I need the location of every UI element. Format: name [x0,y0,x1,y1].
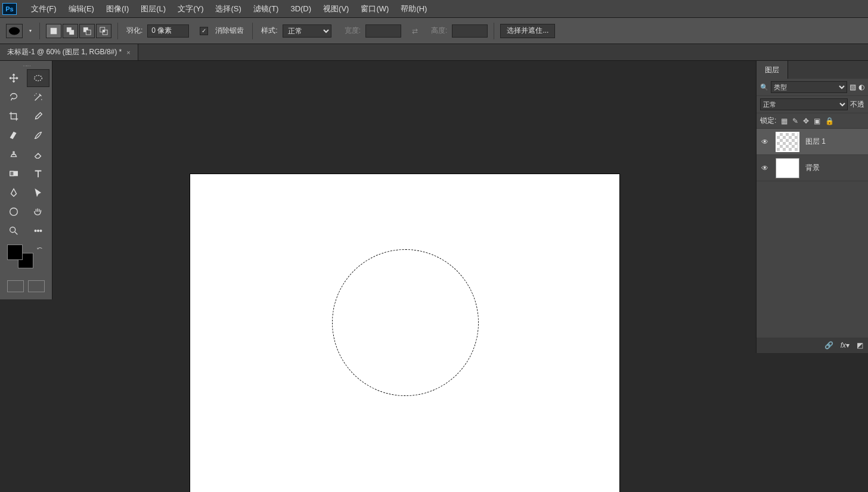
opacity-label: 不透 [850,100,864,110]
search-icon: 🔍 [760,83,768,91]
svg-point-12 [10,227,16,233]
menu-file[interactable]: 文件(F) [25,4,63,14]
options-bar: ▾ 羽化: ✓ 消除锯齿 样式: 正常 宽度: ⇄ 高度: 选择并遮住... [0,18,868,44]
selection-subtract[interactable] [79,24,95,38]
gradient-tool[interactable] [2,165,26,182]
pen-tool[interactable] [2,184,26,202]
menu-bar: Ps 文件(F) 编辑(E) 图像(I) 图层(L) 文字(Y) 选择(S) 滤… [0,0,868,18]
svg-rect-8 [103,30,105,32]
tool-preset-dropdown[interactable]: ▾ [27,24,33,38]
shape-tool[interactable] [2,203,26,221]
brush-tool[interactable] [27,126,50,144]
elliptical-selection [332,249,479,396]
toolbox-handle[interactable] [1,63,51,68]
lock-position-icon[interactable]: ✥ [803,117,809,125]
style-label: 样式: [261,26,277,36]
feather-input[interactable] [147,24,189,38]
quick-mask-icon[interactable] [7,280,24,292]
document-tab-bar: 未标题-1 @ 60% (图层 1, RGB/8#) * × [0,44,868,61]
width-input [365,24,401,38]
layer-fx-icon[interactable]: fx▾ [841,341,850,349]
svg-point-9 [34,76,42,81]
antialias-checkbox[interactable]: ✓ [200,27,208,35]
lock-paint-icon[interactable]: ✎ [792,117,798,125]
layer-name[interactable]: 图层 1 [805,137,826,147]
foreground-color[interactable] [7,245,23,260]
swap-wh-icon: ⇄ [412,27,418,35]
move-tool[interactable] [2,69,26,87]
color-swatch[interactable]: ⤺ [4,245,48,274]
toolbox: ⤺ [0,61,52,299]
height-label: 高度: [431,26,447,36]
menu-type[interactable]: 文字(Y) [172,4,209,14]
eraser-tool[interactable] [27,146,50,163]
app-logo: Ps [2,3,17,15]
svg-point-14 [37,230,39,232]
layer-list: 👁 图层 1 👁 背景 [757,129,868,181]
canvas[interactable] [190,174,619,492]
menu-filter[interactable]: 滤镜(T) [247,4,285,14]
selection-add[interactable] [63,24,78,38]
lock-artboard-icon[interactable]: ▣ [814,117,820,125]
link-layers-icon[interactable]: 🔗 [824,341,833,349]
document-title: 未标题-1 @ 60% (图层 1, RGB/8#) * [7,47,122,57]
menu-view[interactable]: 视图(V) [317,4,355,14]
svg-rect-3 [69,30,74,35]
style-select[interactable]: 正常 [283,24,331,38]
selection-intersect[interactable] [96,24,111,38]
selection-mode-group [46,24,111,38]
crop-tool[interactable] [2,107,26,125]
type-tool[interactable] [27,165,50,182]
filter-pixel-icon[interactable]: ▧ [850,83,856,91]
path-selection-tool[interactable] [27,184,50,202]
screen-mode-group [1,278,51,295]
layers-panel: 图层 🔍 类型 ▧ ◐ 正常 不透 锁定: ▦ ✎ ✥ ▣ 🔒 👁 图层 1 👁… [756,61,868,353]
svg-point-13 [35,230,36,232]
menu-3d[interactable]: 3D(D) [284,4,317,13]
hand-tool[interactable] [27,203,50,221]
svg-point-0 [9,27,20,35]
layer-row[interactable]: 👁 背景 [757,155,868,181]
menu-image[interactable]: 图像(I) [100,4,135,14]
menu-window[interactable]: 窗口(W) [355,4,395,14]
edit-toolbar[interactable] [27,222,50,240]
marquee-tool[interactable] [27,69,50,87]
canvas-area [54,61,756,492]
layer-mask-icon[interactable]: ◩ [857,341,863,349]
close-tab-icon[interactable]: × [126,49,130,56]
layer-row[interactable]: 👁 图层 1 [757,129,868,155]
current-tool-icon[interactable] [6,24,23,38]
menu-layer[interactable]: 图层(L) [135,4,172,14]
visibility-icon[interactable]: 👁 [760,164,770,172]
healing-brush-tool[interactable] [2,126,26,144]
width-label: 宽度: [345,26,361,36]
menu-select[interactable]: 选择(S) [209,4,247,14]
menu-edit[interactable]: 编辑(E) [63,4,100,14]
lasso-tool[interactable] [2,88,26,106]
magic-wand-tool[interactable] [27,88,50,106]
layer-thumbnail[interactable] [776,132,799,152]
document-tab[interactable]: 未标题-1 @ 60% (图层 1, RGB/8#) * × [0,44,138,60]
clone-stamp-tool[interactable] [2,146,26,163]
selection-new[interactable] [46,24,61,38]
lock-label: 锁定: [760,116,776,126]
layer-name[interactable]: 背景 [805,163,820,173]
swap-colors-icon[interactable]: ⤺ [37,245,42,252]
svg-rect-1 [51,27,57,34]
blend-mode-select[interactable]: 正常 [760,98,848,110]
select-and-mask-button[interactable]: 选择并遮住... [500,24,555,38]
zoom-tool[interactable] [2,222,26,240]
visibility-icon[interactable]: 👁 [760,138,770,146]
layers-tab[interactable]: 图层 [757,61,788,79]
eyedropper-tool[interactable] [27,107,50,125]
lock-all-icon[interactable]: 🔒 [825,117,834,125]
layer-thumbnail[interactable] [776,158,799,178]
lock-pixels-icon[interactable]: ▦ [781,117,788,125]
layers-footer: 🔗 fx▾ ◩ [757,338,868,353]
layer-filter-select[interactable]: 类型 [771,81,847,93]
filter-adjust-icon[interactable]: ◐ [858,83,864,91]
screen-mode-icon[interactable] [28,280,45,292]
svg-point-15 [40,230,42,232]
svg-rect-5 [86,30,91,35]
menu-help[interactable]: 帮助(H) [395,4,433,14]
